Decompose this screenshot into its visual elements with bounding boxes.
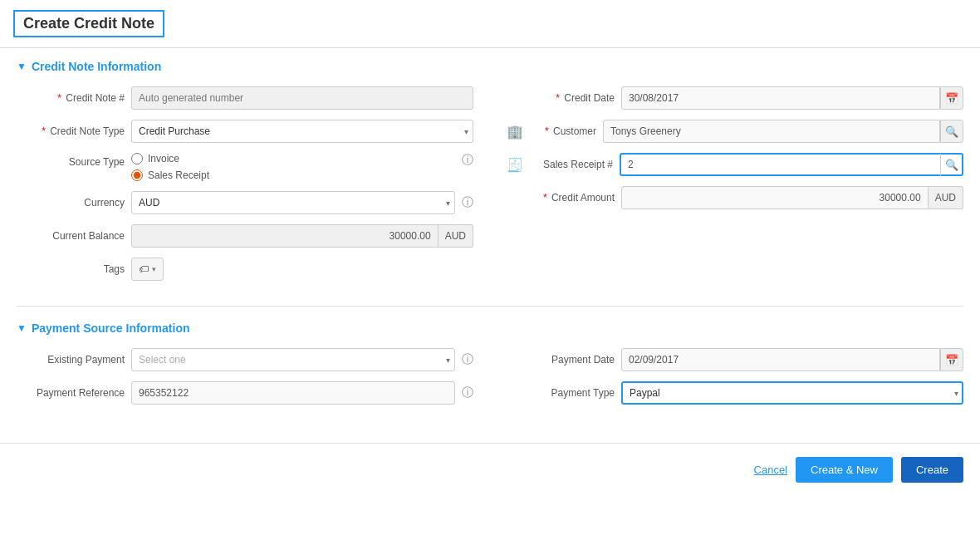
credit-note-type-select[interactable]: Credit Purchase Credit Memo: [131, 120, 473, 143]
customer-search-btn[interactable]: 🔍: [940, 120, 963, 143]
currency-select-wrapper: AUD USD ▾: [131, 191, 455, 214]
required-star5: *: [543, 192, 547, 204]
current-balance-currency: AUD: [439, 224, 473, 248]
credit-amount-currency: AUD: [929, 186, 963, 209]
payment-date-calendar-btn[interactable]: 📅: [940, 348, 963, 371]
credit-note-section: ▼ Credit Note Information * Credit Note …: [0, 48, 980, 302]
customer-search-icon: 🔍: [945, 125, 958, 138]
credit-note-right-col: * Credit Date 📅 🏢 * Customer: [507, 86, 963, 291]
sales-receipt-row: 🧾 Sales Receipt # 🔍: [507, 153, 963, 176]
credit-date-row: * Credit Date 📅: [507, 86, 963, 110]
page-title: Create Credit Note: [13, 10, 164, 37]
credit-note-number-input[interactable]: [131, 86, 473, 110]
current-balance-row: Current Balance AUD: [17, 224, 473, 248]
tag-icon: 🏷: [139, 263, 149, 275]
payment-date-input-wrap: 📅: [621, 348, 963, 371]
credit-amount-label: * Credit Amount: [507, 192, 615, 204]
tags-arrow-icon: ▾: [152, 265, 156, 273]
footer: Cancel Create & New Create: [0, 443, 980, 496]
customer-input-wrap: 🔍: [603, 120, 963, 143]
payment-form-grid: Existing Payment Select one ▾ ⓘ Payment …: [17, 348, 963, 415]
tags-label: Tags: [17, 263, 125, 275]
create-new-button[interactable]: Create & New: [796, 457, 893, 483]
section-title-credit-note: Credit Note Information: [32, 60, 161, 73]
current-balance-input-wrap: AUD: [131, 224, 473, 248]
source-type-invoice-item: Invoice: [131, 153, 455, 164]
sales-receipt-label: Sales Receipt #: [530, 159, 613, 170]
required-star3: *: [556, 92, 560, 104]
existing-payment-select-wrapper: Select one ▾: [131, 348, 455, 371]
credit-date-input[interactable]: [621, 86, 940, 110]
section-divider: [17, 306, 963, 307]
source-type-invoice-label: Invoice: [148, 153, 179, 164]
customer-label: * Customer: [530, 125, 596, 137]
section-title-payment: Payment Source Information: [32, 321, 190, 335]
source-type-radio-group: Invoice Sales Receipt: [131, 153, 455, 181]
calendar-icon: 📅: [945, 92, 958, 105]
existing-payment-label: Existing Payment: [17, 354, 125, 366]
section-header-credit-note: ▼ Credit Note Information: [17, 60, 963, 73]
section-toggle-credit-note[interactable]: ▼: [17, 61, 27, 72]
customer-input[interactable]: [603, 120, 940, 143]
currency-select[interactable]: AUD USD: [131, 191, 455, 214]
existing-payment-row: Existing Payment Select one ▾ ⓘ: [17, 348, 473, 371]
existing-payment-select[interactable]: Select one: [131, 348, 455, 371]
currency-info-icon[interactable]: ⓘ: [462, 195, 473, 210]
payment-type-row: Payment Type Paypal Credit Card Bank Tra…: [507, 381, 963, 405]
payment-date-input[interactable]: [621, 348, 940, 371]
current-balance-input: [131, 224, 439, 248]
credit-date-label: * Credit Date: [507, 92, 615, 104]
payment-type-select-wrapper: Paypal Credit Card Bank Transfer ▾: [621, 381, 963, 405]
page-header: Create Credit Note: [0, 0, 980, 48]
credit-note-type-select-wrapper: Credit Purchase Credit Memo ▾: [131, 120, 473, 143]
credit-note-number-label: * Credit Note #: [17, 92, 125, 104]
source-type-invoice-radio[interactable]: [131, 153, 143, 164]
payment-source-section: ▼ Payment Source Information Existing Pa…: [0, 310, 980, 426]
tags-row: Tags 🏷 ▾: [17, 258, 473, 281]
credit-date-input-wrap: 📅: [621, 86, 963, 110]
payment-reference-info-icon[interactable]: ⓘ: [462, 385, 473, 400]
current-balance-label: Current Balance: [17, 230, 125, 242]
sales-receipt-search-btn[interactable]: 🔍: [940, 153, 963, 176]
sales-receipt-input[interactable]: [620, 153, 940, 176]
tags-button[interactable]: 🏷 ▾: [131, 258, 164, 281]
credit-note-number-row: * Credit Note #: [17, 86, 473, 110]
source-type-sales-receipt-item: Sales Receipt: [131, 169, 455, 181]
credit-amount-row: * Credit Amount AUD: [507, 186, 963, 209]
create-button[interactable]: Create: [901, 457, 963, 483]
sales-receipt-input-wrap: 🔍: [620, 153, 963, 176]
credit-note-form-grid: * Credit Note # * Credit Note Type Credi…: [17, 86, 963, 291]
customer-icon: 🏢: [507, 124, 523, 140]
payment-left-col: Existing Payment Select one ▾ ⓘ Payment …: [17, 348, 473, 415]
required-star: *: [57, 92, 61, 104]
payment-type-select[interactable]: Paypal Credit Card Bank Transfer: [621, 381, 963, 405]
sales-receipt-icon: 🧾: [507, 157, 523, 173]
customer-row: 🏢 * Customer 🔍: [507, 120, 963, 143]
existing-payment-info-icon[interactable]: ⓘ: [462, 352, 473, 367]
payment-reference-input[interactable]: [131, 381, 455, 405]
credit-date-calendar-btn[interactable]: 📅: [940, 86, 963, 110]
credit-amount-input-wrap: AUD: [621, 186, 963, 209]
payment-reference-label: Payment Reference: [17, 387, 125, 399]
source-type-label: Source Type: [17, 153, 125, 168]
credit-note-type-label: * Credit Note Type: [17, 125, 125, 137]
source-type-sales-radio[interactable]: [131, 169, 143, 181]
section-toggle-payment[interactable]: ▼: [17, 322, 27, 334]
source-type-info-icon[interactable]: ⓘ: [462, 153, 473, 168]
payment-type-label: Payment Type: [507, 387, 615, 399]
sales-receipt-search-icon: 🔍: [945, 159, 958, 171]
payment-calendar-icon: 📅: [945, 354, 958, 366]
credit-amount-input[interactable]: [621, 186, 929, 209]
credit-note-type-row: * Credit Note Type Credit Purchase Credi…: [17, 120, 473, 143]
currency-label: Currency: [17, 197, 125, 209]
cancel-button[interactable]: Cancel: [754, 464, 787, 476]
payment-date-row: Payment Date 📅: [507, 348, 963, 371]
credit-note-left-col: * Credit Note # * Credit Note Type Credi…: [17, 86, 473, 291]
source-type-sales-label: Sales Receipt: [148, 169, 209, 181]
section-header-payment: ▼ Payment Source Information: [17, 321, 963, 335]
required-star4: *: [545, 125, 549, 137]
payment-date-label: Payment Date: [507, 354, 615, 366]
currency-row: Currency AUD USD ▾ ⓘ: [17, 191, 473, 214]
required-star2: *: [42, 125, 46, 137]
source-type-row: Source Type Invoice Sales Receipt ⓘ: [17, 153, 473, 181]
